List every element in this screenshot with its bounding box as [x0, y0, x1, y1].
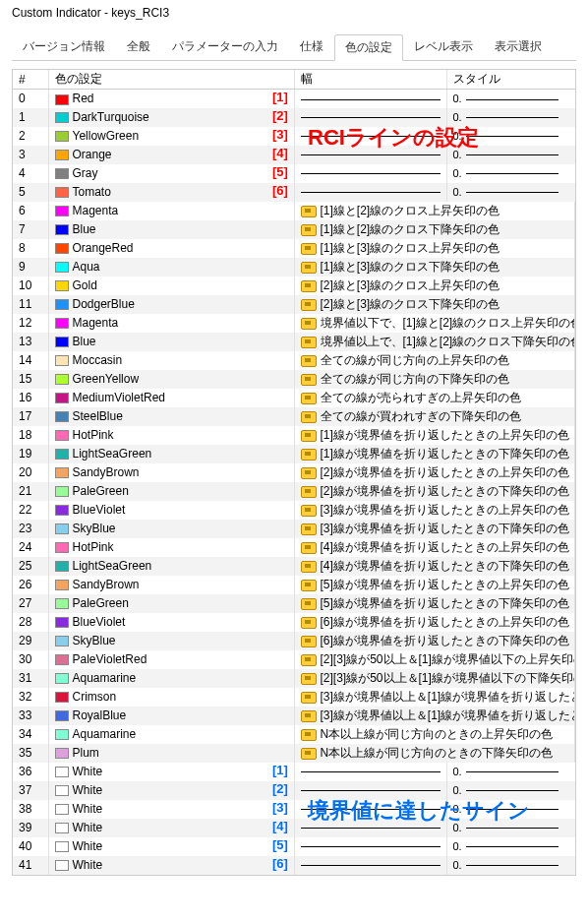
cell-color[interactable]: Crimson — [48, 688, 294, 707]
tab-6[interactable]: 表示選択 — [484, 33, 553, 60]
cell-color[interactable]: White — [48, 781, 294, 800]
table-row[interactable]: 32Crimson[3]線が境界値以上＆[1]線が境界値を折り返したときの上昇… — [13, 688, 575, 707]
tab-5[interactable]: レベル表示 — [403, 33, 484, 60]
cell-style[interactable]: 0. — [446, 800, 575, 819]
table-row[interactable]: 18HotPink[1]線が境界値を折り返したときの上昇矢印の色 — [13, 426, 575, 445]
table-row[interactable]: 33RoyalBlue[3]線が境界値以上＆[1]線が境界値を折り返したときの下… — [13, 707, 575, 725]
table-row[interactable]: 31Aquamarine[2][3]線が50以上＆[1]線が境界値以下の下降矢印… — [13, 669, 575, 688]
table-row[interactable]: 10Gold[2]線と[3]線のクロス上昇矢印の色 — [13, 277, 575, 295]
table-row[interactable]: 11DodgerBlue[2]線と[3]線のクロス下降矢印の色 — [13, 295, 575, 314]
cell-width[interactable]: [1]線と[3]線のクロス上昇矢印の色 — [294, 239, 575, 258]
cell-color[interactable]: SteelBlue — [48, 407, 294, 426]
cell-color[interactable]: White — [48, 763, 294, 781]
table-row[interactable]: 38White0. — [13, 800, 575, 819]
cell-width[interactable]: [5]線が境界値を折り返したときの上昇矢印の色 — [294, 576, 575, 594]
header-style[interactable]: スタイル — [446, 70, 575, 90]
cell-width[interactable]: [2][3]線が50以上＆[1]線が境界値以下の上昇矢印の色 — [294, 650, 575, 669]
tab-2[interactable]: パラメーターの入力 — [161, 33, 289, 60]
table-row[interactable]: 14Moccasin全ての線が同じ方向の上昇矢印の色 — [13, 351, 575, 370]
cell-width[interactable]: [1]線が境界値を折り返したときの下降矢印の色 — [294, 445, 575, 463]
cell-style[interactable]: 0. — [446, 781, 575, 800]
table-row[interactable]: 5Tomato0. — [13, 183, 575, 202]
cell-width[interactable]: 全ての線が買われすぎの下降矢印の色 — [294, 407, 575, 426]
table-row[interactable]: 24HotPink[4]線が境界値を折り返したときの上昇矢印の色 — [13, 538, 575, 557]
cell-color[interactable]: Magenta — [48, 202, 294, 220]
cell-width[interactable] — [294, 781, 446, 800]
cell-style[interactable]: 0. — [446, 856, 575, 875]
cell-color[interactable]: Orange — [48, 146, 294, 164]
cell-width[interactable]: [2]線と[3]線のクロス下降矢印の色 — [294, 295, 575, 314]
cell-color[interactable]: Aquamarine — [48, 669, 294, 688]
cell-color[interactable]: Aquamarine — [48, 725, 294, 744]
cell-width[interactable]: [5]線が境界値を折り返したときの下降矢印の色 — [294, 594, 575, 613]
cell-width[interactable] — [294, 90, 446, 108]
table-row[interactable]: 20SandyBrown[2]線が境界値を折り返したときの上昇矢印の色 — [13, 463, 575, 482]
header-width[interactable]: 幅 — [294, 70, 446, 90]
table-row[interactable]: 4Gray0. — [13, 164, 575, 183]
cell-width[interactable]: [1]線が境界値を折り返したときの上昇矢印の色 — [294, 426, 575, 445]
cell-width[interactable]: 境界値以下で、[1]線と[2]線のクロス上昇矢印の色 — [294, 314, 575, 333]
table-row[interactable]: 40White0. — [13, 837, 575, 856]
table-row[interactable]: 12Magenta境界値以下で、[1]線と[2]線のクロス上昇矢印の色 — [13, 314, 575, 333]
tab-0[interactable]: バージョン情報 — [12, 33, 116, 60]
cell-style[interactable]: 0. — [446, 146, 575, 164]
cell-width[interactable] — [294, 763, 446, 781]
cell-width[interactable]: N本以上線が同じ方向のときの下降矢印の色 — [294, 744, 575, 763]
cell-width[interactable]: 全ての線が同じ方向の下降矢印の色 — [294, 370, 575, 389]
table-row[interactable]: 2YellowGreen0. — [13, 127, 575, 146]
header-color[interactable]: 色の設定 — [48, 70, 294, 90]
cell-width[interactable]: [6]線が境界値を折り返したときの下降矢印の色 — [294, 632, 575, 650]
cell-color[interactable]: DodgerBlue — [48, 295, 294, 314]
cell-color[interactable]: Blue — [48, 333, 294, 351]
cell-style[interactable]: 0. — [446, 127, 575, 146]
cell-style[interactable]: 0. — [446, 90, 575, 108]
cell-width[interactable]: [2]線が境界値を折り返したときの下降矢印の色 — [294, 482, 575, 501]
cell-color[interactable]: Gray — [48, 164, 294, 183]
table-row[interactable]: 22BlueViolet[3]線が境界値を折り返したときの上昇矢印の色 — [13, 501, 575, 520]
table-row[interactable]: 37White0. — [13, 781, 575, 800]
cell-color[interactable]: DarkTurquoise — [48, 108, 294, 127]
cell-color[interactable]: HotPink — [48, 538, 294, 557]
cell-color[interactable]: BlueViolet — [48, 501, 294, 520]
cell-style[interactable]: 0. — [446, 183, 575, 202]
cell-color[interactable]: White — [48, 819, 294, 837]
cell-color[interactable]: PaleGreen — [48, 482, 294, 501]
cell-color[interactable]: GreenYellow — [48, 370, 294, 389]
tab-4[interactable]: 色の設定 — [334, 34, 403, 61]
table-row[interactable]: 9Aqua[1]線と[3]線のクロス下降矢印の色 — [13, 258, 575, 277]
cell-color[interactable]: Tomato — [48, 183, 294, 202]
table-row[interactable]: 0Red0. — [13, 90, 575, 108]
cell-width[interactable] — [294, 127, 446, 146]
table-row[interactable]: 35PlumN本以上線が同じ方向のときの下降矢印の色 — [13, 744, 575, 763]
cell-color[interactable]: SkyBlue — [48, 520, 294, 538]
cell-color[interactable]: Moccasin — [48, 351, 294, 370]
table-row[interactable]: 13Blue境界値以上で、[1]線と[2]線のクロス下降矢印の色 — [13, 333, 575, 351]
table-row[interactable]: 25LightSeaGreen[4]線が境界値を折り返したときの下降矢印の色 — [13, 557, 575, 576]
cell-color[interactable]: MediumVioletRed — [48, 389, 294, 407]
cell-width[interactable]: [4]線が境界値を折り返したときの上昇矢印の色 — [294, 538, 575, 557]
cell-style[interactable]: 0. — [446, 763, 575, 781]
cell-color[interactable]: PaleVioletRed — [48, 650, 294, 669]
table-row[interactable]: 30PaleVioletRed[2][3]線が50以上＆[1]線が境界値以下の上… — [13, 650, 575, 669]
cell-color[interactable]: Magenta — [48, 314, 294, 333]
cell-color[interactable]: LightSeaGreen — [48, 445, 294, 463]
cell-style[interactable]: 0. — [446, 819, 575, 837]
table-row[interactable]: 41White0. — [13, 856, 575, 875]
cell-color[interactable]: RoyalBlue — [48, 707, 294, 725]
cell-width[interactable]: [2][3]線が50以上＆[1]線が境界値以下の下降矢印の色 — [294, 669, 575, 688]
table-row[interactable]: 28BlueViolet[6]線が境界値を折り返したときの上昇矢印の色 — [13, 613, 575, 632]
cell-color[interactable]: PaleGreen — [48, 594, 294, 613]
cell-width[interactable] — [294, 819, 446, 837]
tab-3[interactable]: 仕様 — [289, 33, 334, 60]
cell-color[interactable]: HotPink — [48, 426, 294, 445]
cell-color[interactable]: YellowGreen — [48, 127, 294, 146]
cell-color[interactable]: LightSeaGreen — [48, 557, 294, 576]
cell-width[interactable] — [294, 856, 446, 875]
cell-width[interactable]: 全ての線が売られすぎの上昇矢印の色 — [294, 389, 575, 407]
cell-color[interactable]: White — [48, 837, 294, 856]
table-row[interactable]: 39White0. — [13, 819, 575, 837]
cell-color[interactable]: SkyBlue — [48, 632, 294, 650]
cell-width[interactable] — [294, 164, 446, 183]
table-row[interactable]: 36White0. — [13, 763, 575, 781]
cell-color[interactable]: White — [48, 800, 294, 819]
